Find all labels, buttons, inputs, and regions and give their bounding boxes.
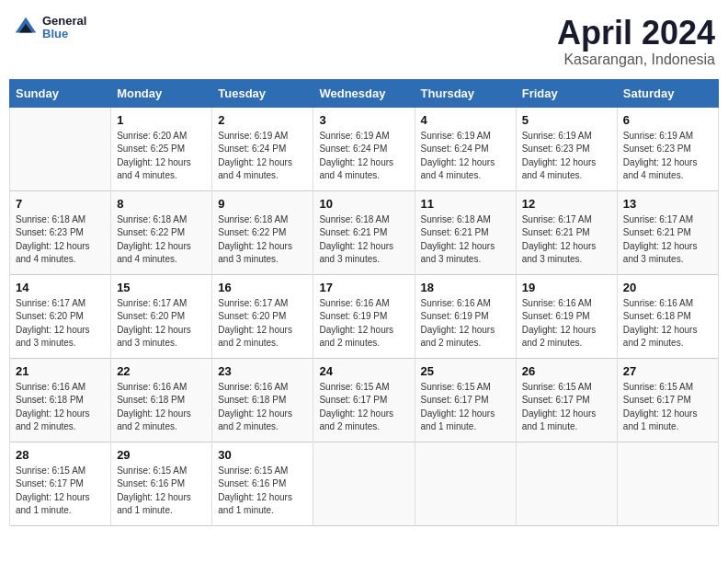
day-number: 2	[218, 113, 307, 127]
calendar-header-row: SundayMondayTuesdayWednesdayThursdayFrid…	[10, 79, 719, 107]
calendar-cell: 2Sunrise: 6:19 AMSunset: 6:24 PMDaylight…	[212, 107, 313, 190]
day-number: 10	[319, 197, 408, 211]
calendar-cell: 15Sunrise: 6:17 AMSunset: 6:20 PMDayligh…	[111, 274, 212, 358]
calendar-cell: 3Sunrise: 6:19 AMSunset: 6:24 PMDaylight…	[313, 107, 415, 190]
day-info: Sunrise: 6:17 AMSunset: 6:21 PMDaylight:…	[522, 213, 611, 267]
day-info: Sunrise: 6:15 AMSunset: 6:17 PMDaylight:…	[16, 465, 105, 518]
day-info: Sunrise: 6:19 AMSunset: 6:23 PMDaylight:…	[522, 130, 611, 183]
col-header-thursday: Thursday	[415, 79, 516, 107]
calendar-cell: 20Sunrise: 6:16 AMSunset: 6:18 PMDayligh…	[617, 274, 718, 358]
calendar-cell: 11Sunrise: 6:18 AMSunset: 6:21 PMDayligh…	[415, 190, 516, 274]
day-number: 5	[522, 113, 611, 127]
day-info: Sunrise: 6:15 AMSunset: 6:17 PMDaylight:…	[522, 381, 611, 434]
calendar-cell: 30Sunrise: 6:15 AMSunset: 6:16 PMDayligh…	[212, 442, 313, 525]
calendar-cell: 12Sunrise: 6:17 AMSunset: 6:21 PMDayligh…	[516, 190, 617, 274]
day-info: Sunrise: 6:15 AMSunset: 6:17 PMDaylight:…	[623, 381, 712, 434]
day-number: 29	[117, 448, 206, 462]
calendar-cell: 28Sunrise: 6:15 AMSunset: 6:17 PMDayligh…	[10, 442, 111, 525]
day-info: Sunrise: 6:15 AMSunset: 6:16 PMDaylight:…	[117, 465, 206, 518]
calendar-cell: 13Sunrise: 6:17 AMSunset: 6:21 PMDayligh…	[617, 190, 718, 274]
logo-text: General Blue	[42, 15, 86, 41]
day-info: Sunrise: 6:20 AMSunset: 6:25 PMDaylight:…	[117, 130, 206, 183]
col-header-wednesday: Wednesday	[313, 79, 415, 107]
calendar-table: SundayMondayTuesdayWednesdayThursdayFrid…	[9, 79, 719, 526]
calendar-week-row: 7Sunrise: 6:18 AMSunset: 6:23 PMDaylight…	[10, 190, 719, 274]
calendar-cell: 24Sunrise: 6:15 AMSunset: 6:17 PMDayligh…	[313, 358, 415, 442]
day-number: 26	[522, 364, 611, 378]
day-info: Sunrise: 6:18 AMSunset: 6:22 PMDaylight:…	[117, 213, 206, 267]
calendar-cell: 22Sunrise: 6:16 AMSunset: 6:18 PMDayligh…	[111, 358, 212, 442]
calendar-cell: 14Sunrise: 6:17 AMSunset: 6:20 PMDayligh…	[10, 274, 111, 358]
day-info: Sunrise: 6:16 AMSunset: 6:19 PMDaylight:…	[319, 297, 408, 350]
calendar-cell: 27Sunrise: 6:15 AMSunset: 6:17 PMDayligh…	[617, 358, 718, 442]
calendar-cell: 26Sunrise: 6:15 AMSunset: 6:17 PMDayligh…	[516, 358, 617, 442]
calendar-cell: 8Sunrise: 6:18 AMSunset: 6:22 PMDaylight…	[111, 190, 212, 274]
location-subtitle: Kasarangan, Indonesia	[557, 52, 715, 68]
calendar-cell: 18Sunrise: 6:16 AMSunset: 6:19 PMDayligh…	[415, 274, 516, 358]
logo-general: General	[42, 15, 86, 28]
day-info: Sunrise: 6:15 AMSunset: 6:17 PMDaylight:…	[421, 381, 510, 434]
day-info: Sunrise: 6:18 AMSunset: 6:21 PMDaylight:…	[319, 213, 408, 267]
day-info: Sunrise: 6:19 AMSunset: 6:24 PMDaylight:…	[319, 130, 408, 183]
day-number: 11	[421, 197, 510, 211]
day-info: Sunrise: 6:15 AMSunset: 6:17 PMDaylight:…	[319, 381, 408, 434]
day-number: 15	[117, 281, 206, 294]
calendar-week-row: 14Sunrise: 6:17 AMSunset: 6:20 PMDayligh…	[10, 274, 719, 358]
calendar-cell	[415, 442, 516, 525]
day-number: 3	[319, 113, 408, 127]
day-number: 18	[421, 281, 510, 294]
calendar-cell: 16Sunrise: 6:17 AMSunset: 6:20 PMDayligh…	[212, 274, 313, 358]
day-info: Sunrise: 6:16 AMSunset: 6:19 PMDaylight:…	[522, 297, 611, 350]
day-number: 12	[522, 197, 611, 211]
col-header-tuesday: Tuesday	[212, 79, 313, 107]
calendar-cell: 4Sunrise: 6:19 AMSunset: 6:24 PMDaylight…	[415, 107, 516, 190]
calendar-cell	[10, 107, 111, 190]
day-info: Sunrise: 6:17 AMSunset: 6:20 PMDaylight:…	[16, 297, 105, 350]
day-info: Sunrise: 6:16 AMSunset: 6:18 PMDaylight:…	[623, 297, 712, 350]
calendar-cell	[313, 442, 415, 525]
col-header-sunday: Sunday	[10, 79, 111, 107]
calendar-cell: 17Sunrise: 6:16 AMSunset: 6:19 PMDayligh…	[313, 274, 415, 358]
day-info: Sunrise: 6:18 AMSunset: 6:22 PMDaylight:…	[218, 213, 307, 267]
day-info: Sunrise: 6:19 AMSunset: 6:24 PMDaylight:…	[421, 130, 510, 183]
day-number: 30	[218, 448, 307, 462]
title-area: April 2024 Kasarangan, Indonesia	[557, 15, 715, 68]
col-header-monday: Monday	[111, 79, 212, 107]
day-number: 9	[218, 197, 307, 211]
day-number: 4	[421, 113, 510, 127]
day-number: 21	[16, 364, 105, 378]
calendar-cell: 23Sunrise: 6:16 AMSunset: 6:18 PMDayligh…	[212, 358, 313, 442]
day-info: Sunrise: 6:17 AMSunset: 6:20 PMDaylight:…	[218, 297, 307, 350]
calendar-cell: 5Sunrise: 6:19 AMSunset: 6:23 PMDaylight…	[516, 107, 617, 190]
day-number: 6	[623, 113, 712, 127]
calendar-cell: 10Sunrise: 6:18 AMSunset: 6:21 PMDayligh…	[313, 190, 415, 274]
day-number: 1	[117, 113, 206, 127]
day-info: Sunrise: 6:16 AMSunset: 6:18 PMDaylight:…	[16, 381, 105, 434]
col-header-friday: Friday	[516, 79, 617, 107]
day-info: Sunrise: 6:16 AMSunset: 6:18 PMDaylight:…	[218, 381, 307, 434]
calendar-week-row: 21Sunrise: 6:16 AMSunset: 6:18 PMDayligh…	[10, 358, 719, 442]
month-title: April 2024	[557, 15, 715, 52]
calendar-cell: 7Sunrise: 6:18 AMSunset: 6:23 PMDaylight…	[10, 190, 111, 274]
calendar-cell	[516, 442, 617, 525]
day-info: Sunrise: 6:17 AMSunset: 6:20 PMDaylight:…	[117, 297, 206, 350]
day-number: 19	[522, 281, 611, 294]
day-number: 24	[319, 364, 408, 378]
calendar-cell: 29Sunrise: 6:15 AMSunset: 6:16 PMDayligh…	[111, 442, 212, 525]
calendar-cell: 1Sunrise: 6:20 AMSunset: 6:25 PMDaylight…	[111, 107, 212, 190]
logo-blue: Blue	[42, 28, 86, 40]
day-info: Sunrise: 6:17 AMSunset: 6:21 PMDaylight:…	[623, 213, 712, 267]
day-info: Sunrise: 6:16 AMSunset: 6:19 PMDaylight:…	[421, 297, 510, 350]
calendar-cell: 21Sunrise: 6:16 AMSunset: 6:18 PMDayligh…	[10, 358, 111, 442]
calendar-cell	[617, 442, 718, 525]
day-number: 7	[16, 197, 105, 211]
day-info: Sunrise: 6:18 AMSunset: 6:23 PMDaylight:…	[16, 213, 105, 267]
logo-icon	[13, 15, 39, 40]
day-number: 27	[623, 364, 712, 378]
calendar-week-row: 28Sunrise: 6:15 AMSunset: 6:17 PMDayligh…	[10, 442, 719, 525]
calendar-cell: 19Sunrise: 6:16 AMSunset: 6:19 PMDayligh…	[516, 274, 617, 358]
day-number: 14	[16, 281, 105, 294]
day-number: 20	[623, 281, 712, 294]
col-header-saturday: Saturday	[617, 79, 718, 107]
day-info: Sunrise: 6:19 AMSunset: 6:23 PMDaylight:…	[623, 130, 712, 183]
